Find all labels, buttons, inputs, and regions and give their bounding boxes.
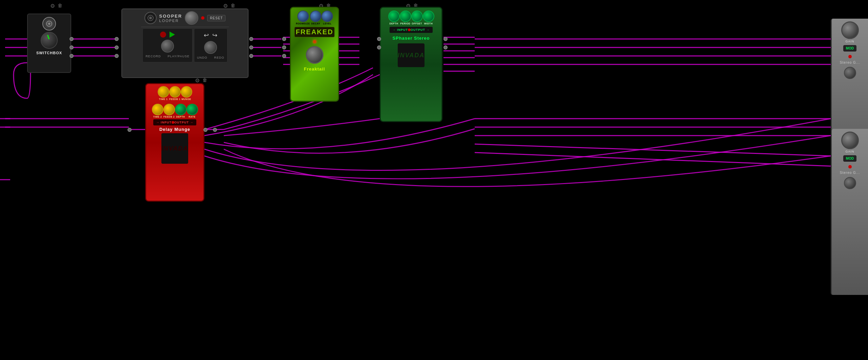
freaktail-level-knob[interactable] xyxy=(321,11,333,22)
delay-name-label: Delay Munge xyxy=(159,127,190,132)
sphaser-offset-knob[interactable] xyxy=(411,11,423,22)
sooper-logo xyxy=(144,12,157,24)
connector-9 xyxy=(249,54,253,58)
freaktail-pedal: ROOMSIZE DECAY LEVEL FREAKED Freaktail xyxy=(290,7,339,102)
mod-gain-knob-top[interactable] xyxy=(841,21,859,39)
sooper-reset-button[interactable]: RESET xyxy=(207,15,225,21)
sooper-red-led xyxy=(201,16,204,20)
delay-feedb1-label: FEEDB 1 xyxy=(169,98,180,100)
sphaser-screen-text: INVADA xyxy=(398,52,425,59)
sooper-big-knob[interactable] xyxy=(185,11,198,25)
switchbox-knob[interactable] xyxy=(41,32,58,49)
freaktail-level-label: LEVEL xyxy=(323,22,332,25)
connector-10 xyxy=(282,37,286,41)
delay-feedb1-knob[interactable] xyxy=(169,86,181,98)
sooper-title-2: LOOPER xyxy=(159,19,182,23)
freaktail-main-knob[interactable] xyxy=(306,46,323,64)
connector-4 xyxy=(115,37,119,41)
freaktail-roomsize-knob[interactable] xyxy=(297,11,309,22)
sooper-redo-button[interactable]: ↪ xyxy=(212,32,217,39)
sooper-record-knob[interactable] xyxy=(161,40,174,53)
delay-output-label: OUTPUT → xyxy=(174,121,194,124)
switchbox-pedal: SWITCHBOX xyxy=(27,14,71,73)
sphaser-name-label: SPhaser Stereo xyxy=(391,34,431,42)
connector-7 xyxy=(249,37,253,41)
mod-pedal-bottom: GAIN MOD Stereo G... xyxy=(831,129,868,295)
sooper-undo-label: UNDO xyxy=(197,56,208,59)
switchbox-trash-icon[interactable]: 🗑 xyxy=(58,3,62,9)
sphaser-period-label: PERIOD xyxy=(400,22,411,25)
delay-depth-label: DEPTH xyxy=(176,116,185,118)
mod-stereo-label-bottom: Stereo G... xyxy=(839,170,861,176)
mod-label-badge: MOD xyxy=(846,46,854,50)
switchbox-gear-icon[interactable]: ⚙ xyxy=(50,3,55,9)
delay-munge-label: MUNGE xyxy=(181,98,191,100)
sooper-undo-button[interactable]: ↩ xyxy=(204,32,209,39)
connector-dm-out xyxy=(203,128,208,132)
connector-dm-out2 xyxy=(213,128,217,132)
mod-red-led-top xyxy=(848,55,852,58)
sphaser-pedal: DEPTH PERIOD OFFSET WIDTH → INPUT OUTPUT… xyxy=(380,7,442,122)
delay-munge-pedal: TIME 1 FEEDB 1 MUNGE TIME 2 FEEDB 2 DEPT… xyxy=(145,83,204,202)
mod-gain-label-bottom: GAIN xyxy=(845,150,854,153)
mod-small-knob-top[interactable] xyxy=(844,67,856,79)
sooper-redo-label: REDO xyxy=(214,56,224,59)
freaktail-roomsize-label: ROOMSIZE xyxy=(296,22,310,25)
sphaser-width-knob[interactable] xyxy=(423,11,434,22)
sphaser-period-knob[interactable] xyxy=(400,11,411,22)
delay-depth-knob[interactable] xyxy=(175,104,186,115)
sphaser-io-led xyxy=(408,28,411,31)
sooper-play-button[interactable] xyxy=(170,32,175,38)
sooper-record-label: RECORD xyxy=(145,55,161,58)
delay-rate-label: RATE xyxy=(189,116,196,118)
delay-trash-icon[interactable]: 🗑 xyxy=(202,77,207,84)
delay-time1-label: TIME 1 xyxy=(159,98,168,100)
sphaser-io-bar: → INPUT OUTPUT → xyxy=(390,27,432,33)
sooper-record-button[interactable] xyxy=(160,32,166,38)
freaktail-led xyxy=(313,40,316,43)
delay-rate-knob[interactable] xyxy=(186,104,198,115)
connector-sp-in1 xyxy=(377,37,381,41)
delay-feedb2-label: FEEDB 2 xyxy=(163,116,175,118)
delay-feedb2-knob[interactable] xyxy=(163,104,175,115)
mod-gain-knob-bottom[interactable] xyxy=(841,132,859,149)
sphaser-offset-label: OFFSET xyxy=(412,22,422,25)
freaktail-decay-knob[interactable] xyxy=(310,11,321,22)
connector-sp-in2 xyxy=(377,45,381,49)
mod-stereo-label-top: Stereo G... xyxy=(839,60,861,65)
sooper-looper-pedal: SOOPER LOOPER RESET RECORD PLAY/PAUSE ↩ … xyxy=(121,8,249,78)
connector-5 xyxy=(115,45,119,49)
delay-time1-knob[interactable] xyxy=(158,86,169,98)
sphaser-depth-knob[interactable] xyxy=(388,11,400,22)
connector-12 xyxy=(282,54,286,58)
mod-gain-label-top: GAIN xyxy=(845,40,854,43)
delay-screen: INVADA xyxy=(161,133,189,164)
connector-8 xyxy=(249,45,253,49)
sphaser-depth-label: DEPTH xyxy=(389,22,398,25)
sphaser-width-label: WIDTH xyxy=(424,22,433,25)
switchbox-logo xyxy=(42,17,56,31)
delay-munge-knob[interactable] xyxy=(181,86,192,98)
connector-6 xyxy=(115,54,119,58)
switchbox-icons: ⚙ 🗑 xyxy=(50,3,62,9)
mod-red-led-bottom xyxy=(848,165,852,168)
freaktail-bottom-label: Freaktail xyxy=(302,65,326,73)
sphaser-input-label: → INPUT xyxy=(392,28,408,32)
sooper-playpause-label: PLAY/PAUSE xyxy=(167,55,190,58)
connector-sp-out1 xyxy=(443,37,448,41)
connector-1 xyxy=(70,37,74,41)
sooper-undo-knob[interactable] xyxy=(204,41,217,54)
delay-io-led xyxy=(172,121,174,124)
connector-2 xyxy=(70,45,74,49)
connector-dm-in xyxy=(127,128,132,132)
freaktail-decay-label: DECAY xyxy=(311,22,320,25)
switchbox-label: SWITCHBOX xyxy=(36,51,62,55)
sooper-record-section: RECORD PLAY/PAUSE xyxy=(142,28,193,62)
mod-small-knob-bottom[interactable] xyxy=(844,177,856,189)
sooper-title-1: SOOPER xyxy=(159,14,182,19)
delay-screen-text: INVADA xyxy=(161,145,189,152)
delay-time2-knob[interactable] xyxy=(152,104,163,115)
sphaser-output-label: OUTPUT → xyxy=(411,28,430,32)
delay-io-bar: → INPUT OUTPUT → xyxy=(153,119,196,125)
connector-3 xyxy=(70,54,74,58)
